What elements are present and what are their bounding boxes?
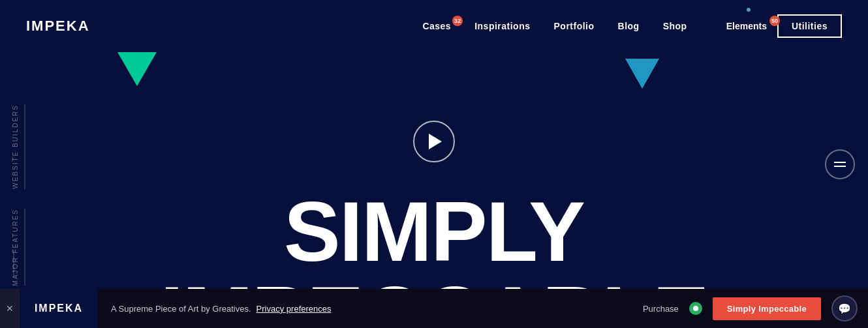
- main-nav: Cases 32 Inspirations Portfolio Blog Sho…: [422, 21, 687, 31]
- triangle-right-decoration: [625, 59, 659, 89]
- purchase-label: Purchase: [643, 304, 679, 314]
- play-icon: [429, 134, 442, 149]
- purchase-status-dot: [689, 302, 702, 315]
- logo[interactable]: IMPEKA: [26, 18, 90, 35]
- elements-badge: 50: [769, 16, 780, 26]
- chat-icon: 💬: [838, 303, 851, 315]
- utilities-button[interactable]: Utilities: [777, 14, 842, 38]
- side-label-website-builders: Website Builders: [12, 104, 25, 189]
- hamburger-icon: [834, 162, 846, 167]
- close-icon: ✕: [6, 303, 14, 314]
- header-right: Elements 50 Utilities: [726, 14, 842, 38]
- triangle-left-decoration: [117, 52, 157, 86]
- nav-portfolio[interactable]: Portfolio: [554, 21, 595, 31]
- bottom-logo[interactable]: IMPEKA: [20, 289, 98, 328]
- close-bar-button[interactable]: ✕: [0, 289, 20, 328]
- hero-simply: SIMPLY: [160, 189, 707, 274]
- nav-inspirations[interactable]: Inspirations: [474, 21, 530, 31]
- bottom-tagline: A Supreme Piece of Art by Greatives.: [111, 304, 251, 314]
- side-menu-button[interactable]: [825, 149, 855, 179]
- bottom-bar: ✕ IMPEKA A Supreme Piece of Art by Great…: [0, 289, 868, 328]
- nav-shop[interactable]: Shop: [663, 21, 687, 31]
- nav-blog[interactable]: Blog: [618, 21, 640, 31]
- privacy-link[interactable]: Privacy preferences: [256, 304, 332, 314]
- elements-link[interactable]: Elements 50: [726, 21, 767, 31]
- bottom-logo-text: IMPEKA: [35, 303, 83, 314]
- simply-impeccable-button[interactable]: Simply Impeccable: [713, 297, 821, 320]
- side-line-decoration: [13, 250, 14, 276]
- bottom-right: Purchase Simply Impeccable 💬: [643, 295, 868, 321]
- play-button-container: [413, 121, 455, 162]
- cases-badge: 32: [452, 16, 463, 26]
- chat-button[interactable]: 💬: [831, 295, 858, 321]
- play-button[interactable]: [413, 121, 455, 162]
- header: IMPEKA Cases 32 Inspirations Portfolio B…: [0, 0, 868, 52]
- nav-cases[interactable]: Cases 32: [422, 21, 451, 31]
